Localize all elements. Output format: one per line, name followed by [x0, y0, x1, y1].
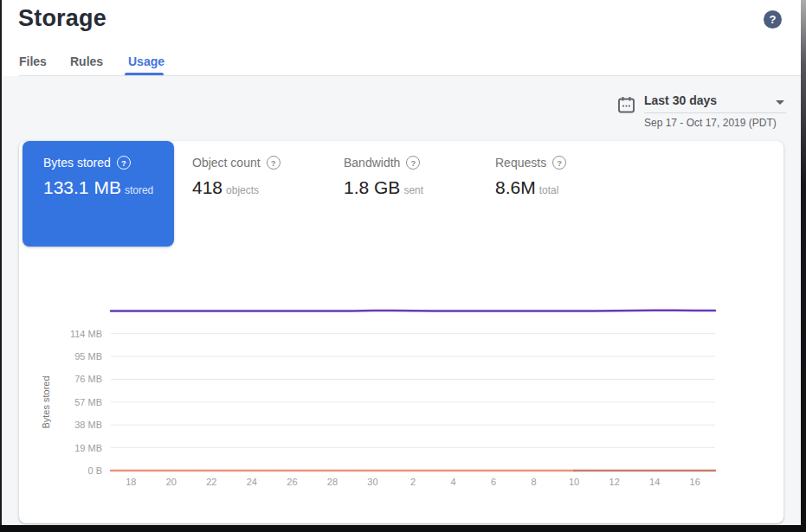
metric-card-bandwidth[interactable]: Bandwidth ? 1.8 GBsent [326, 141, 477, 247]
svg-text:16: 16 [690, 477, 700, 487]
metric-value: 8.6Mtotal [495, 177, 629, 198]
svg-text:8: 8 [532, 477, 537, 487]
svg-text:14: 14 [649, 477, 660, 487]
svg-text:0 B: 0 B [87, 465, 102, 476]
date-range-selector[interactable]: Last 30 days Sep 17 - Oct 17, 2019 (PDT) [644, 93, 786, 129]
screen-edge-right [801, 0, 806, 532]
svg-text:Bytes stored: Bytes stored [41, 375, 51, 428]
metric-value: 1.8 GBsent [344, 177, 477, 198]
usage-panel: Bytes stored ? 133.1 MBstored Object cou… [19, 141, 783, 523]
usage-chart: 114 MB95 MB76 MB57 MB38 MB19 MB0 B182022… [19, 260, 783, 510]
calendar-icon[interactable] [616, 95, 636, 115]
page-title: Storage [18, 5, 106, 32]
svg-text:76 MB: 76 MB [74, 374, 102, 384]
dropdown-arrow-icon [776, 100, 784, 105]
metric-value: 133.1 MBstored [43, 177, 174, 198]
svg-text:57 MB: 57 MB [74, 397, 102, 407]
metric-label: Bytes stored [43, 156, 111, 170]
svg-text:114 MB: 114 MB [70, 329, 102, 339]
tab-bar-divider [19, 75, 801, 76]
svg-text:4: 4 [450, 477, 455, 487]
svg-text:12: 12 [609, 477, 620, 487]
header-band [0, 0, 806, 76]
svg-text:38 MB: 38 MB [74, 420, 102, 430]
metric-unit: sent [403, 184, 423, 196]
metric-label-row: Bandwidth ? [344, 156, 477, 170]
metric-card-bytes-stored[interactable]: Bytes stored ? 133.1 MBstored [23, 141, 174, 247]
metric-label: Object count [192, 156, 261, 170]
metric-unit: total [539, 184, 559, 196]
screen-edge-bottom [0, 525, 806, 532]
svg-text:2: 2 [410, 477, 416, 487]
svg-text:22: 22 [206, 477, 216, 487]
svg-text:28: 28 [327, 477, 338, 487]
metric-label-row: Object count ? [192, 156, 326, 170]
metric-label-row: Bytes stored ? [43, 156, 174, 170]
date-range-label: Last 30 days [644, 93, 717, 107]
svg-text:26: 26 [287, 477, 297, 487]
metric-unit: stored [125, 184, 153, 196]
metric-value: 418objects [192, 177, 326, 198]
svg-text:24: 24 [247, 477, 257, 487]
tab-files[interactable]: Files [19, 54, 47, 68]
question-icon: ? [770, 13, 777, 26]
metric-unit: objects [226, 184, 259, 196]
metric-label: Requests [495, 156, 546, 170]
svg-text:20: 20 [166, 477, 177, 487]
metric-card-requests[interactable]: Requests ? 8.6Mtotal [477, 141, 629, 247]
metric-help-icon[interactable]: ? [552, 156, 566, 170]
metric-help-icon[interactable]: ? [267, 156, 280, 170]
svg-text:6: 6 [491, 477, 496, 487]
svg-text:30: 30 [367, 477, 377, 487]
metric-help-icon[interactable]: ? [117, 156, 131, 170]
tab-usage[interactable]: Usage [128, 54, 164, 68]
help-button[interactable]: ? [764, 10, 782, 29]
svg-text:10: 10 [569, 477, 579, 487]
date-range-detail: Sep 17 - Oct 17, 2019 (PDT) [644, 117, 786, 129]
tab-rules[interactable]: Rules [70, 54, 103, 68]
storage-usage-page: Storage ? Files Rules Usage Last 30 days… [0, 0, 806, 532]
metric-card-object-count[interactable]: Object count ? 418objects [174, 141, 326, 247]
svg-text:95 MB: 95 MB [74, 351, 102, 362]
date-range-value-row[interactable]: Last 30 days [644, 93, 786, 113]
svg-text:18: 18 [126, 477, 136, 487]
screen-edge-left [0, 0, 2, 532]
svg-text:19 MB: 19 MB [74, 443, 102, 453]
metric-label-row: Requests ? [495, 156, 629, 170]
metric-label: Bandwidth [344, 156, 400, 170]
metric-help-icon[interactable]: ? [406, 156, 420, 170]
